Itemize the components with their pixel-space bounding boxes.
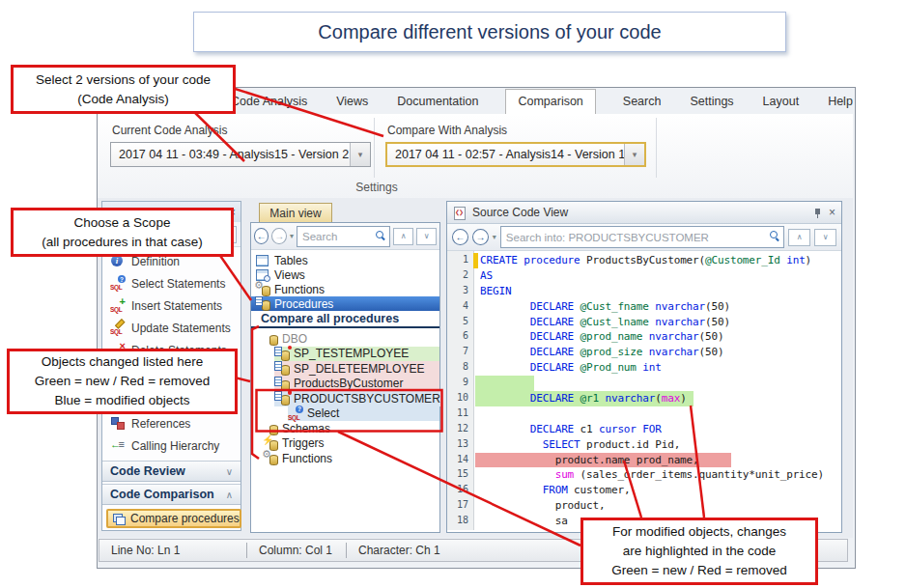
tab-layout[interactable]: Layout xyxy=(761,90,802,113)
i-sql-update-icon xyxy=(110,321,126,335)
search-down-icon[interactable]: ∨ xyxy=(416,228,437,245)
line-number: 5 xyxy=(447,316,468,326)
code-text: FROM customer, xyxy=(480,484,630,496)
code-line: 1CREATE procedure ProductsByCustomer(@Cu… xyxy=(447,253,839,268)
ribbon-group-caption: Settings xyxy=(98,181,656,194)
tree-item-views[interactable]: Views xyxy=(251,267,439,282)
tree-item-select[interactable]: Select xyxy=(251,406,439,422)
tree-item-functions[interactable]: Functions xyxy=(251,282,439,296)
tab-documentation[interactable]: Documentation xyxy=(395,90,480,113)
tree-row-content: Schemas xyxy=(263,421,439,436)
pin-icon[interactable] xyxy=(813,208,823,218)
sidebar-item-select-statements[interactable]: Select Statements xyxy=(104,272,241,294)
tab-settings[interactable]: Settings xyxy=(688,90,735,113)
compare-all-procedures-header[interactable]: Compare all procedures xyxy=(251,311,439,328)
tree-item-schemas[interactable]: Schemas xyxy=(251,421,439,436)
tree-item-sp-testemployee[interactable]: SP_TESTEMPLOYEE xyxy=(251,347,439,362)
back-button[interactable]: ← xyxy=(254,228,269,244)
tree-row-content: Triggers xyxy=(263,436,439,452)
tree-item-tables[interactable]: Tables xyxy=(251,253,439,267)
code-search-box xyxy=(500,226,784,248)
sidebar-item-calling-hierarchy[interactable]: Calling Hierarchy xyxy=(104,434,241,457)
line-number: 13 xyxy=(447,438,468,449)
sidebar-item-list: ReferencesCalling Hierarchy xyxy=(104,412,241,457)
code-text: DECLARE @prod_name nvarchar(50) xyxy=(480,330,723,343)
tree-item-productsbycustomer[interactable]: PRODUCTSBYCUSTOMER xyxy=(251,391,439,406)
tree-item-productsbycustomer[interactable]: ProductsByCustomer xyxy=(251,377,439,392)
tree-item-sp-deleteemployee[interactable]: SP_DELETEEMPLOYEE xyxy=(251,361,439,377)
compare-procedures-button[interactable]: Compare procedures xyxy=(106,509,241,528)
compare-analysis-dropdown[interactable]: 2017 04 11 - 02:57 - Analysis14 - Versio… xyxy=(385,142,646,167)
code-search-input[interactable] xyxy=(501,227,783,247)
code-line: 11 xyxy=(447,406,839,422)
code-line: 6 DECLARE @prod_name nvarchar(50) xyxy=(447,329,839,345)
sidebar-item-label: Select Statements xyxy=(131,277,225,291)
code-line: 14 product.name prod_name, xyxy=(447,453,839,468)
group-label: Code Comparison xyxy=(110,488,214,501)
tab-views[interactable]: Views xyxy=(334,90,370,113)
history-dropdown-icon[interactable]: ▾ xyxy=(290,232,294,240)
tree-item-label: SP_TESTEMPLOYEE xyxy=(294,347,409,360)
search-up-icon[interactable]: ∧ xyxy=(393,228,413,245)
tree-item-procedures[interactable]: Procedures xyxy=(251,296,439,311)
current-analysis-dropdown[interactable]: 2017 04 11 - 03:49 - Analysis15 - Versio… xyxy=(110,142,371,167)
tree-item-label: Schemas xyxy=(282,422,330,435)
tab-main-view[interactable]: Main view xyxy=(259,203,332,222)
tree-item-triggers[interactable]: Triggers xyxy=(251,436,439,452)
line-number: 14 xyxy=(447,454,468,464)
dropdown-arrow-icon[interactable]: ▾ xyxy=(624,144,644,165)
code-line: 3BEGIN xyxy=(447,284,839,299)
tree-item-label: Procedures xyxy=(274,297,333,311)
tree-row-content: SP_TESTEMPLOYEE xyxy=(274,347,439,362)
code-text: product, xyxy=(480,499,605,512)
dropdown-arrow-icon[interactable]: ▾ xyxy=(350,143,370,166)
callout-line: Objects changed listed here xyxy=(42,352,203,372)
line-number: 17 xyxy=(447,499,468,510)
close-icon[interactable]: × xyxy=(829,207,835,218)
history-dropdown-icon[interactable]: ▾ xyxy=(493,233,496,241)
code-editor[interactable]: 1CREATE procedure ProductsByCustomer(@Cu… xyxy=(447,253,839,529)
tab-code-analysis[interactable]: Code Analysis xyxy=(229,90,309,113)
tree-item-functions[interactable]: Functions xyxy=(251,451,439,466)
compare-analysis-label: Compare With Analysis xyxy=(387,124,507,137)
tab-comparison[interactable]: Comparison xyxy=(505,89,595,115)
callout-line: Blue = modified objects xyxy=(55,391,190,410)
sidebar-item-insert-statements[interactable]: Insert Statements xyxy=(104,294,241,317)
callout-line: For modified objects, changes xyxy=(612,522,786,542)
tree-row-content: SP_DELETEEMPLOYEE xyxy=(274,361,439,377)
search-icon[interactable] xyxy=(770,231,779,240)
line-number: 3 xyxy=(447,285,468,295)
line-number: 6 xyxy=(447,330,468,341)
ribbon-separator xyxy=(374,118,375,178)
sidebar-group-code-comparison[interactable]: Code Comparison ∧ xyxy=(102,484,241,505)
i-functions-icon xyxy=(255,282,270,296)
code-line: 7 DECLARE @prod_size nvarchar(50) xyxy=(447,345,839,360)
title-banner: Compare different versions of your code xyxy=(193,12,786,52)
search-down-icon[interactable]: ∨ xyxy=(814,229,836,246)
line-number: 2 xyxy=(447,269,468,280)
code-line: 17 product, xyxy=(447,498,839,514)
change-marker xyxy=(473,253,478,268)
sidebar-item-update-statements[interactable]: Update Statements xyxy=(104,317,241,339)
sidebar-item-label: References xyxy=(131,417,190,431)
forward-button[interactable]: → xyxy=(472,229,489,245)
code-text: BEGIN xyxy=(480,285,511,297)
search-up-icon[interactable]: ∧ xyxy=(788,229,810,246)
line-number: 4 xyxy=(447,300,468,311)
tab-help[interactable]: Help xyxy=(826,90,855,113)
back-button[interactable]: ← xyxy=(452,229,468,245)
sidebar-item-references[interactable]: References xyxy=(104,412,241,434)
search-icon[interactable] xyxy=(376,231,385,240)
i-sql-insert-icon xyxy=(110,298,126,313)
sidebar-group-code-review[interactable]: Code Review ∨ xyxy=(102,461,241,482)
i-references-icon xyxy=(110,416,126,431)
code-text: DECLARE @prod_size nvarchar(50) xyxy=(480,346,723,358)
line-number: 8 xyxy=(447,361,468,372)
status-item: Line No: Ln 1 xyxy=(99,544,246,557)
code-line: 9 xyxy=(447,376,839,391)
code-text: DECLARE @Cust_fname nvarchar(50) xyxy=(480,300,730,313)
forward-button[interactable]: → xyxy=(271,228,286,244)
status-item: Character: Ch 1 xyxy=(347,544,452,557)
tree-item-dbo[interactable]: DBO xyxy=(251,331,439,347)
tab-search[interactable]: Search xyxy=(621,90,664,113)
